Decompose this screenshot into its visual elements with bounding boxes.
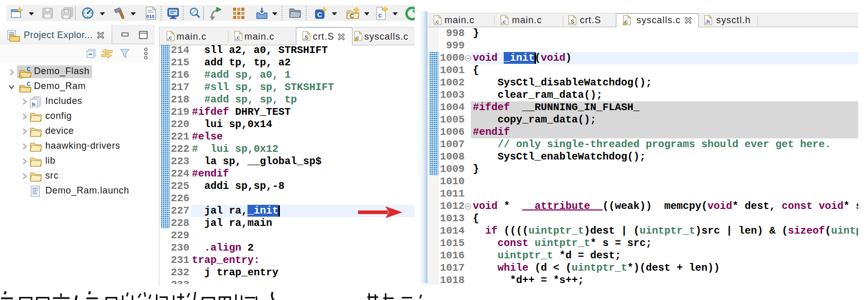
svg-text:.h: .h [705,19,710,25]
svg-text:.c: .c [167,34,172,41]
svg-text:.S: .S [303,34,308,41]
svg-text:C: C [27,66,30,72]
svg-text:C: C [27,81,30,87]
svg-text:.c: .c [434,19,439,25]
svg-text:.S: .S [569,19,574,25]
svg-text:C: C [350,13,354,19]
svg-text:010: 010 [147,13,155,19]
svg-text:c: c [378,11,382,19]
svg-text:C: C [317,11,323,19]
svg-text:.c: .c [501,19,506,25]
svg-text:.c: .c [235,34,240,41]
svg-text:h: h [32,101,36,108]
